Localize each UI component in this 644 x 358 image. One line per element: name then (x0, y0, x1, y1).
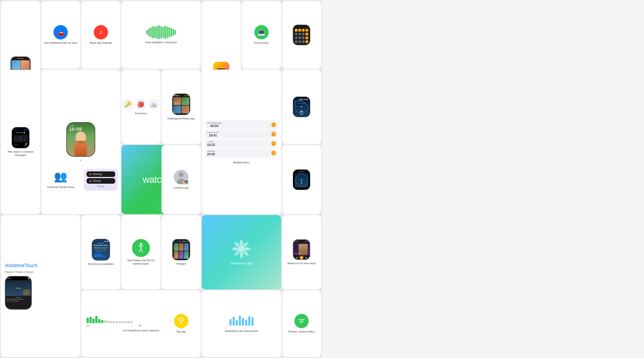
cell-pilates: New Pilates and Tai Chi workout types (122, 215, 161, 289)
cell-watch-map: Apple Park (282, 70, 322, 144)
respiratory-bars (230, 314, 254, 326)
find-items-icons: 🔑 🎒 🚲 (122, 99, 160, 110)
redesigned-photos-label: Redesigned Photos app (167, 117, 195, 120)
cell-voice-feedback: Voice feedback in Workouts (122, 1, 201, 69)
cell-contacts: Contacts app (162, 145, 201, 214)
pilates-label: New Pilates and Tai Chi workout types (124, 259, 158, 265)
portraits-watch: MON 7 10:09 (66, 122, 95, 157)
cell-music-watch: Music 10:09 SOUR Olivia Rodrigo ⏮ ▶ ⏭ Al… (282, 215, 322, 289)
compose-watch: Cancel Done Too cute 🐰 SPACE 🎤 (12, 127, 30, 148)
working-btn: 💼 Working (86, 171, 115, 177)
headphone-scale-mid: 80 (139, 324, 142, 327)
tips-label: Tips app (176, 330, 186, 333)
svg-point-27 (180, 318, 183, 321)
cell-precipitation: 10:09 WEATHER Heavy Rain Soon Expected t… (81, 215, 120, 289)
images-label: #images (176, 262, 186, 265)
music-icon: ♪ (94, 25, 108, 39)
cell-mindfulness: Mindfulness app (202, 215, 281, 289)
timers-label: Multiple timers (233, 161, 250, 164)
tips-icon (174, 314, 188, 328)
portraits-time: 10:09 (69, 126, 82, 132)
key-bubble: 🔑 (122, 99, 134, 110)
cell-fitness-filters: Fitness+ workout filters (282, 290, 322, 357)
applepark-watch-2: Apple Park (293, 169, 310, 190)
timer-item-bacon: Crispy bacon 19:41 ⏸ (205, 130, 278, 138)
fitness-filters-icon (294, 314, 309, 328)
always-on-label: Always-on for more apps (288, 262, 316, 265)
music-app-label: Music app redesign (90, 41, 112, 45)
contacts-avatar (174, 170, 188, 184)
cell-ultra-wideband: 🚗 Ultra Wideband with car keys (41, 1, 80, 69)
voice-feedback-label: Voice feedback in Workouts (145, 41, 177, 44)
find-devices-label: Find devices (254, 41, 269, 45)
photos-watch-device: Photos 10:09 MemoryFun times... (172, 93, 190, 115)
headphone-scale-left: 20 (86, 324, 89, 327)
assistivetouch-title: AssistiveTouch (5, 263, 38, 268)
svg-point-26 (239, 246, 244, 252)
iphone-device: 10:09 📶 Fitness 🏃 HOURLY Now 11AM 12PM 1… (5, 276, 32, 310)
music-watch-device: Music 10:09 SOUR Olivia Rodrigo ⏮ ▶ ⏭ (293, 239, 310, 260)
cell-assistivetouch: AssistiveTouch Fitness+ Picture in Pictu… (1, 215, 80, 357)
fitness-pip-label: Fitness+ Picture in Picture (5, 271, 34, 273)
cell-find-devices: 💻 Find devices (242, 1, 281, 69)
ultra-wideband-label: Ultra Wideband with car keys (44, 41, 78, 45)
cell-redesigned-photos: Photos 10:09 MemoryFun times... Redesign… (162, 70, 201, 144)
cell-images: Cancel 🔍 Search ☰ #images (162, 215, 201, 289)
images-watch: Cancel 🔍 Search ☰ (172, 239, 190, 260)
watch-calc-display: 0 AC +/- % ÷ 7 8 9 × 4 5 6 - 1 2 3 + (293, 25, 310, 45)
headphone-label: Live headphone audio exposure (122, 329, 159, 332)
respiratory-label: Respiratory rate during sleep (225, 329, 258, 333)
contacts-pie-chart (184, 180, 189, 185)
timers-list: Soft boiled eggs 05:55 ⏸ Crispy bacon 19… (204, 120, 278, 159)
timer-item-oven: Oven 10:22 ⏸ (205, 139, 278, 148)
car-icon: 🚗 (54, 25, 68, 39)
audio-bars (146, 26, 176, 39)
svg-line-16 (139, 249, 141, 252)
svg-line-17 (141, 249, 142, 252)
compose-label: New ways to compose messages (4, 150, 38, 157)
svg-point-6 (301, 106, 302, 108)
focus-panel: 💼 Working 🚗 Driving Focus (84, 169, 118, 191)
timer-item-eggs: Soft boiled eggs 05:55 ⏸ (205, 120, 278, 129)
contacts-label: Contacts app (174, 186, 189, 190)
mindfulness-label: Mindfulness app (231, 262, 252, 265)
pilates-icon (132, 239, 150, 257)
backpack-bubble: 🎒 (135, 99, 146, 110)
timer-item-laundry: Laundry 24:05 ⏸ (205, 149, 278, 157)
find-items-label: Find items (135, 112, 147, 115)
cell-music-app: ♪ Music app redesign (81, 1, 120, 69)
fitness-filters-label: Fitness+ workout filters (288, 330, 315, 333)
mindfulness-icon (231, 239, 252, 260)
transit-icon: 👥 (54, 170, 67, 183)
find-devices-icon: 💻 (254, 25, 269, 39)
cell-find-items: 🔑 🎒 🚲 Find items (122, 70, 161, 144)
driving-btn: 🚗 Driving (86, 178, 115, 184)
cell-compose: Cancel Done Too cute 🐰 SPACE 🎤 New ways … (1, 70, 40, 214)
cell-timers: Soft boiled eggs 05:55 ⏸ Crispy bacon 19… (202, 70, 281, 214)
bike-bubble: 🚲 (148, 99, 160, 110)
cell-tips: Tips app (162, 290, 201, 357)
transit-label: Transit for Family Setup (47, 186, 74, 189)
weather-watch-device: 10:09 WEATHER Heavy Rain Soon Expected t… (92, 239, 110, 261)
precipitation-label: Next-hour precipitation (88, 262, 114, 266)
cell-respiratory: Respiratory rate during sleep (202, 290, 281, 357)
focus-label: Focus (86, 185, 115, 188)
apple-park-watch: Apple Park (293, 97, 310, 117)
cell-watch-applepark2: Apple Park (282, 145, 322, 214)
cell-watch-calc-top: 0 AC +/- % ÷ 7 8 9 × 4 5 6 - 1 2 3 + (282, 1, 322, 69)
